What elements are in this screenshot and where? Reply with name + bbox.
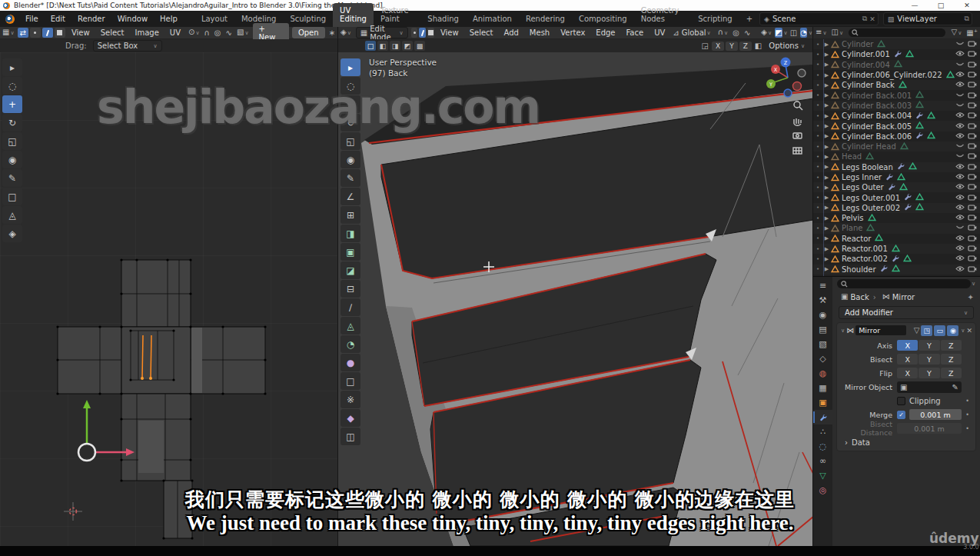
pivot-icon[interactable]: ⊙∨ <box>186 27 202 38</box>
workspace-tab-compositing[interactable]: Compositing <box>572 12 634 27</box>
camera-icon[interactable] <box>968 81 977 89</box>
eye-closed-icon[interactable] <box>955 61 965 69</box>
properties-tab-object-data[interactable]: ▽ <box>813 468 832 483</box>
snap-magnet-icon[interactable]: ∩ <box>202 28 212 38</box>
workspace-tab-shading[interactable]: Shading <box>420 12 466 27</box>
camera-icon[interactable] <box>968 173 977 181</box>
camera-icon[interactable] <box>968 245 977 253</box>
outliner-item[interactable]: •▶Reactor <box>813 234 980 244</box>
data-subpanel[interactable]: › Data <box>837 436 975 447</box>
outliner-item[interactable]: •▶Pelvis <box>813 213 980 223</box>
image-browse-icon[interactable]: ▧∨ <box>234 27 251 38</box>
smooth-tool[interactable]: ● <box>341 354 360 371</box>
outliner-item[interactable]: •▶Cylinder Back.004 <box>813 111 980 121</box>
menu-edit[interactable]: Edit <box>45 12 71 25</box>
uv-menu-view[interactable]: View <box>66 28 95 37</box>
eye-open-icon[interactable] <box>955 235 965 243</box>
scene-selector[interactable]: ◈ Scene ⧉ ✕ <box>759 12 879 25</box>
properties-tab-tool[interactable]: ⚒ <box>813 293 832 308</box>
camera-icon[interactable] <box>968 132 977 141</box>
outliner-item[interactable]: •▶Cylinder.001 <box>813 49 980 59</box>
workspace-tab-uv-editing[interactable]: UV Editing <box>333 3 374 27</box>
camera-icon[interactable] <box>968 71 977 79</box>
select-box-tool[interactable]: ▸ <box>341 58 360 76</box>
workspace-tab-geometry-nodes[interactable]: Geometry Nodes <box>634 3 692 27</box>
filter-funnel-icon[interactable]: ▽∨ <box>948 27 964 38</box>
viewport-menu-face[interactable]: Face <box>621 28 649 37</box>
select-mode-invert-icon[interactable]: ◩ <box>402 41 413 51</box>
workspace-tab-layout[interactable]: Layout <box>194 12 234 27</box>
eyedropper-icon[interactable]: ✎ <box>952 383 958 391</box>
extrude-tool[interactable]: ◨ <box>341 225 360 242</box>
shrink-fatten-tool[interactable]: ※ <box>341 391 360 408</box>
outliner-item[interactable]: •▶Cylinder.006_Cylinder.022 <box>813 70 980 80</box>
edge-slide-tool[interactable]: □ <box>341 372 360 390</box>
proportional-edit-icon[interactable]: ◎ <box>730 28 742 38</box>
axis-x-button[interactable]: X <box>897 340 918 351</box>
eye-open-icon[interactable] <box>955 50 965 58</box>
rotate-tool[interactable]: ↻ <box>2 114 22 132</box>
viewport-menu-edge[interactable]: Edge <box>590 28 620 37</box>
breadcrumb-modifier[interactable]: Mirror <box>892 293 915 301</box>
camera-icon[interactable] <box>968 50 977 58</box>
axis-y-toggle[interactable]: Y <box>726 42 738 51</box>
eye-open-icon[interactable] <box>955 245 965 253</box>
camera-icon[interactable] <box>968 142 977 151</box>
workspace-tab-animation[interactable]: Animation <box>466 12 519 27</box>
properties-tab-collection[interactable]: ▦ <box>813 381 832 395</box>
shear-tool[interactable]: ◆ <box>341 409 360 427</box>
transform-tool[interactable]: ◉ <box>341 151 360 168</box>
axis-y-button[interactable]: Y <box>919 340 939 351</box>
scale-tool[interactable]: ◱ <box>341 132 360 150</box>
uv-sync-toggle[interactable]: ⇄ <box>18 28 28 38</box>
outliner-item[interactable]: •▶Cylinder Back.001 <box>813 90 980 100</box>
bevel-tool[interactable]: ◪ <box>341 261 360 279</box>
properties-tab-scene[interactable]: ◇ <box>813 351 832 366</box>
camera-icon[interactable] <box>968 235 977 243</box>
outliner-item[interactable]: •▶Legs Outer <box>813 182 980 192</box>
maximize-button[interactable]: □ <box>928 2 954 9</box>
loop-cut-tool[interactable]: ⊟ <box>341 280 360 298</box>
bisect-y-button[interactable]: Y <box>919 354 939 365</box>
grab-tool[interactable]: ◈ <box>2 225 22 242</box>
properties-tab-world[interactable]: ◍ <box>813 366 832 381</box>
snap-extra-icon[interactable]: ◧ <box>752 41 764 52</box>
add-cube-tool[interactable]: ⊞ <box>341 206 360 224</box>
poly-tool[interactable]: ◬ <box>2 206 22 224</box>
eye-open-icon[interactable] <box>955 122 965 131</box>
open-image-button[interactable]: Open <box>292 27 325 38</box>
edge-select-mode[interactable] <box>42 28 53 38</box>
properties-tab-particles[interactable]: ∴ <box>813 424 832 439</box>
scale-tool[interactable]: ◱ <box>2 132 22 150</box>
workspace-tab-texture-paint[interactable]: Texture Paint <box>374 3 420 27</box>
eye-closed-icon[interactable] <box>955 142 965 151</box>
flip-y-button[interactable]: Y <box>919 368 939 378</box>
viewport-menu-mesh[interactable]: Mesh <box>524 28 555 37</box>
outliner-item[interactable]: •▶Reactor.002 <box>813 254 980 264</box>
menu-window[interactable]: Window <box>111 12 154 25</box>
outliner-item[interactable]: •▶Plane <box>813 223 980 233</box>
outliner-item[interactable]: •▶Cylinder Back.003 <box>813 101 980 111</box>
outliner-item[interactable]: •▶Cylinder Back <box>813 80 980 90</box>
menu-file[interactable]: File <box>19 12 45 25</box>
orientation-label[interactable]: Global <box>682 28 706 37</box>
properties-tab-output[interactable]: ▤ <box>813 322 832 337</box>
edit-mode-display-icon[interactable]: ▽ <box>914 326 920 335</box>
camera-icon[interactable] <box>968 102 977 110</box>
properties-search-input[interactable] <box>837 279 971 288</box>
falloff-icon[interactable]: ∿ <box>224 28 234 38</box>
flip-z-button[interactable]: Z <box>941 368 962 378</box>
eye-open-icon[interactable] <box>955 81 965 89</box>
merge-value-field[interactable]: 0.001 m <box>909 409 962 420</box>
axis-z-button[interactable]: Z <box>941 340 962 351</box>
outliner-item[interactable]: •▶Cylinder Back.006 <box>813 132 980 141</box>
workspace-tab-+[interactable]: + <box>739 12 759 27</box>
bisect-distance-field[interactable]: 0.001 m <box>897 423 962 434</box>
tweak-tool[interactable]: ▸ <box>2 58 22 76</box>
properties-tab-object[interactable]: ▣ <box>813 395 832 410</box>
viewlayer-selector[interactable]: ▧ ViewLayer ⧉ <box>883 12 972 25</box>
vertex-select-mode[interactable] <box>30 28 41 38</box>
unlink-icon[interactable]: ✕ <box>869 15 875 23</box>
eye-open-icon[interactable] <box>955 194 965 202</box>
outliner-item[interactable]: •▶Head <box>813 151 980 161</box>
